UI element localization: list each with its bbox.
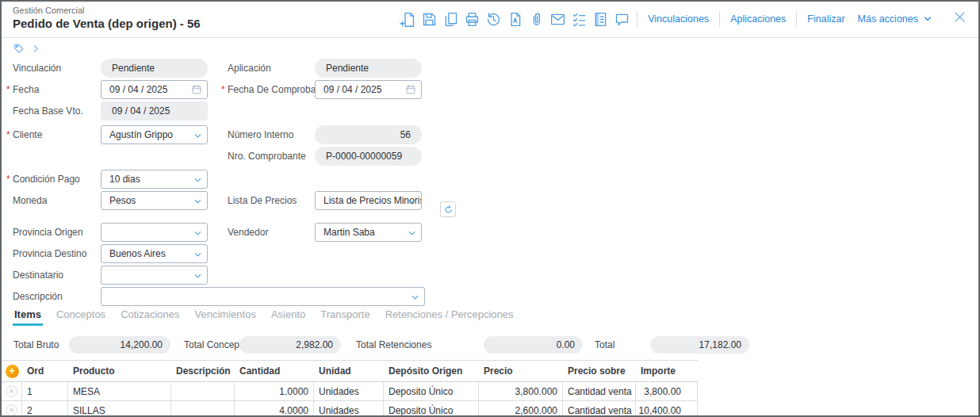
report-icon[interactable]: [590, 10, 611, 29]
delete-row-button[interactable]: [6, 404, 17, 416]
provincia-origen-select[interactable]: [101, 223, 208, 242]
table-row: 1 MESA 1.0000 Unidades Deposito Único 3,…: [2, 382, 698, 401]
tab-retenciones-percepciones[interactable]: Retenciones / Percepciones: [384, 307, 515, 326]
tag-icon[interactable]: [13, 43, 25, 54]
cell-precio-sobre[interactable]: Cantidad venta: [563, 401, 636, 417]
provincia-origen-label: Provincia Origen: [13, 227, 101, 238]
cell-precio[interactable]: 3,800.000: [479, 382, 563, 400]
expand-chevron-icon[interactable]: [32, 44, 40, 53]
cell-unidad[interactable]: Unidades: [314, 382, 384, 400]
chevron-down-icon: [923, 14, 932, 24]
finalizar-button[interactable]: Finalizar: [801, 13, 851, 25]
cell-ord[interactable]: 1: [22, 382, 68, 400]
tab-transporte[interactable]: Transporte: [319, 307, 371, 326]
vendedor-select[interactable]: Martin Saba: [315, 223, 422, 242]
fecha-value: 09 / 04 / 2025: [101, 84, 191, 95]
provincia-destino-value: Buenos Aires: [101, 248, 207, 259]
chevron-down-icon: [411, 293, 419, 302]
total-retenciones-group: Total Retenciones 0.00: [356, 336, 583, 354]
add-row-button[interactable]: [6, 365, 19, 378]
cliente-label: Cliente: [13, 129, 101, 140]
form-row: Vinculación Pendiente Aplicación Pendien…: [13, 59, 978, 78]
descripcion-label: Descripción: [13, 291, 101, 302]
fecha-label: Fecha: [13, 84, 101, 95]
column-header-precio: Precio: [479, 361, 563, 381]
sub-toolbar: [2, 38, 978, 59]
tab-asiento[interactable]: Asiento: [270, 307, 307, 326]
cell-cantidad[interactable]: 1.0000: [235, 382, 314, 400]
vinculaciones-button[interactable]: Vinculaciones: [641, 13, 715, 25]
cliente-select[interactable]: Agustín Grippo: [101, 125, 208, 144]
form-row: Provincia Destino Buenos Aires: [13, 244, 978, 263]
column-header-descripcion: Descripción: [171, 361, 235, 381]
column-header-producto: Producto: [68, 361, 171, 381]
total-bruto-value: 14,200.00: [69, 336, 170, 354]
cell-precio[interactable]: 2,600.000: [479, 401, 563, 417]
form-row: Destinatario: [13, 266, 978, 285]
aplicaciones-button[interactable]: Aplicaciones: [724, 13, 792, 25]
calendar-icon[interactable]: [405, 84, 416, 95]
fecha-input[interactable]: 09 / 04 / 2025: [101, 80, 208, 99]
tab-cotizaciones[interactable]: Cotizaciones: [119, 307, 181, 326]
cell-ord[interactable]: 2: [22, 401, 68, 417]
chevron-down-icon: [408, 197, 416, 206]
moneda-select[interactable]: Pesos: [101, 191, 208, 210]
order-form: Vinculación Pendiente Aplicación Pendien…: [2, 59, 978, 306]
header-toolbar: Vinculaciones Aplicaciones Finalizar Más…: [397, 6, 969, 29]
cell-producto[interactable]: MESA: [68, 382, 171, 400]
page-title: Pedido de Venta (dep origen) - 56: [13, 17, 201, 30]
cell-unidad[interactable]: Unidades: [314, 401, 384, 417]
mas-acciones-button[interactable]: Más acciones: [852, 13, 939, 25]
document-a-icon[interactable]: [504, 10, 526, 29]
cell-deposito-origen[interactable]: Deposito Único: [384, 401, 479, 417]
totals-bar: Total Bruto 14,200.00 Total Conceptos 2,…: [2, 336, 978, 354]
cell-descripcion[interactable]: [171, 401, 235, 417]
checklist-icon[interactable]: [568, 10, 590, 29]
items-table: Ord Producto Descripción Cantidad Unidad…: [2, 360, 698, 417]
total-retenciones-label: Total Retenciones: [356, 339, 484, 350]
cell-descripcion[interactable]: [171, 382, 235, 400]
detail-tabs: Items Conceptos Cotizaciones Vencimiento…: [2, 307, 978, 326]
cell-importe[interactable]: 3,800.00: [636, 382, 698, 400]
cell-importe[interactable]: 10,400.00: [636, 401, 698, 417]
cell-deposito-origen[interactable]: Deposito Único: [384, 382, 479, 400]
copy-icon[interactable]: [440, 10, 461, 29]
total-conceptos-group: Total Conceptos 2,982.00: [184, 336, 341, 354]
fecha-comprobante-input[interactable]: 09 / 04 / 2025: [315, 80, 422, 99]
column-header-importe: Importe: [636, 361, 698, 381]
save-icon[interactable]: [419, 10, 440, 29]
cell-precio-sobre[interactable]: Cantidad venta: [563, 382, 636, 400]
destinatario-select[interactable]: [101, 266, 208, 285]
attachment-icon[interactable]: [526, 10, 547, 29]
close-icon[interactable]: [950, 10, 969, 29]
calendar-icon[interactable]: [191, 84, 202, 95]
condicion-pago-label: Condición Pago: [13, 174, 101, 185]
lista-precios-select[interactable]: Lista de Precios Minoris: [315, 191, 422, 210]
cell-producto[interactable]: SILLAS: [68, 401, 171, 417]
history-icon[interactable]: [483, 10, 504, 29]
form-row: Nro. Comprobante P-0000-00000059: [13, 147, 978, 166]
form-row: Provincia Origen Vendedor Martin Saba: [13, 223, 978, 242]
items-table-header: Ord Producto Descripción Cantidad Unidad…: [2, 361, 698, 382]
descripcion-select[interactable]: [101, 287, 425, 306]
condicion-pago-select[interactable]: 10 dias: [101, 170, 208, 189]
comment-icon[interactable]: [611, 10, 633, 29]
form-row: Fecha 09 / 04 / 2025 Fecha De Comprobant…: [13, 80, 978, 99]
toolbar-divider: [796, 11, 797, 27]
refresh-icon[interactable]: [440, 201, 456, 217]
chevron-down-icon: [408, 229, 416, 238]
email-icon[interactable]: [547, 10, 568, 29]
tab-items[interactable]: Items: [13, 307, 43, 326]
chevron-down-icon: [193, 132, 202, 140]
form-row: Cliente Agustín Grippo Número Interno 56: [13, 125, 978, 144]
provincia-destino-select[interactable]: Buenos Aires: [101, 244, 208, 263]
total-bruto-label: Total Bruto: [13, 339, 69, 350]
tab-vencimientos[interactable]: Vencimientos: [193, 307, 258, 326]
cell-cantidad[interactable]: 4.0000: [235, 401, 314, 417]
delete-row-button[interactable]: [6, 385, 17, 397]
tab-conceptos[interactable]: Conceptos: [55, 307, 107, 326]
new-document-icon[interactable]: [397, 10, 419, 29]
form-row: Moneda Pesos Lista De Precios Lista de P…: [13, 191, 978, 210]
lista-precios-value: Lista de Precios Minoris: [316, 195, 421, 206]
print-icon[interactable]: [461, 10, 483, 29]
